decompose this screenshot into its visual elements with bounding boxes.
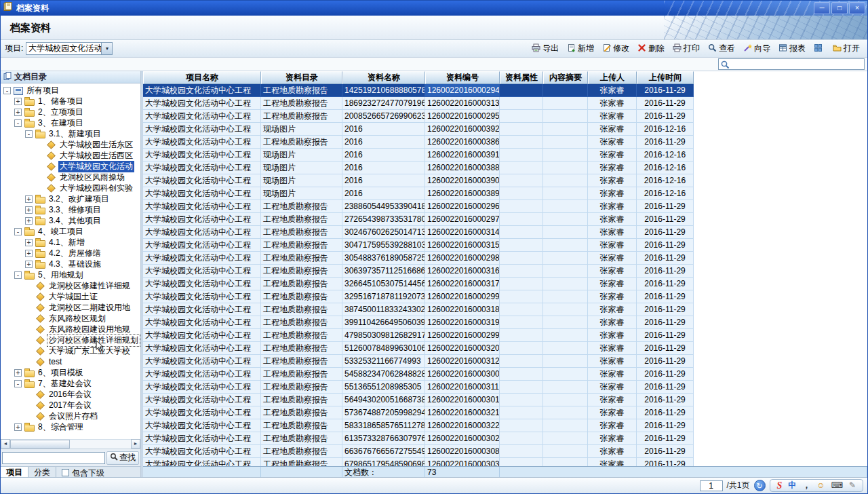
close-button[interactable]: ×	[849, 2, 865, 14]
report-button[interactable]: 报表	[775, 41, 809, 56]
export-button[interactable]: 导出	[528, 41, 562, 56]
tree-item[interactable]: test	[1, 356, 140, 367]
table-row[interactable]: 大学城校园文化活动中心工程 工程地质勘察报告 55136551208985305…	[143, 381, 694, 394]
table-row[interactable]: 大学城校园文化活动中心工程 工程地质勘察报告 18692327247707919…	[143, 97, 694, 110]
page-nav-button[interactable]: ↻	[754, 480, 766, 491]
find-button[interactable]: 查找	[106, 451, 139, 465]
expand-toggle[interactable]: +	[25, 217, 33, 225]
tree-item[interactable]: 2017年会议	[1, 400, 140, 411]
tree-item[interactable]: + 2、立项项目	[1, 107, 140, 117]
expand-toggle[interactable]: +	[25, 239, 33, 246]
tree-item[interactable]: + 4.3、基础设施	[1, 259, 140, 269]
column-header[interactable]: 资料目录	[261, 71, 342, 84]
table-row[interactable]: 大学城校园文化活动中心工程 工程地质勘察报告 38745001183324330…	[143, 303, 694, 316]
maximize-button[interactable]: □	[831, 2, 848, 14]
tree-item[interactable]: 会议照片存档	[1, 411, 140, 421]
expand-toggle[interactable]: +	[25, 250, 33, 257]
table-row[interactable]: 大学城校园文化活动中心工程 工程地质勘察报告 30246760262501471…	[143, 226, 694, 239]
tree-item[interactable]: + 3.3、维修项目	[1, 204, 140, 215]
expand-toggle[interactable]: -	[14, 119, 22, 127]
tree-item[interactable]: - 4、竣工项目	[1, 226, 140, 237]
column-header[interactable]: 内容摘要	[543, 71, 588, 84]
scroll-right-button[interactable]: ►	[131, 439, 140, 449]
ime-icon[interactable]: ☺	[816, 480, 825, 491]
tree-item[interactable]: 大学城校园文化活动	[1, 161, 140, 172]
tree-item[interactable]: + 3.4、其他项目	[1, 215, 140, 226]
view-button[interactable]: 查看	[705, 41, 738, 56]
table-row[interactable]: 大学城校园文化活动中心工程 现场图片 2016 1260022016000390…	[143, 174, 694, 187]
column-header[interactable]: 项目名称	[143, 71, 261, 84]
tree-item[interactable]: + 4.1、新增	[1, 237, 140, 248]
tree-item[interactable]: 东风路校园建设用地规	[1, 324, 140, 335]
table-row[interactable]: 大学城校园文化活动中心工程 现场图片 2016 1260022016000392…	[143, 123, 694, 136]
column-header[interactable]: 资料属性	[500, 71, 543, 84]
tree-item[interactable]: - 3、在建项目	[1, 117, 140, 128]
table-row[interactable]: 大学城校园文化活动中心工程 工程地质勘察报告 2016 126002201600…	[143, 136, 694, 149]
ime-icon[interactable]: ✎	[849, 480, 856, 491]
chevron-down-icon[interactable]: ▼	[101, 43, 112, 54]
tree-item[interactable]: 东风路校区规划	[1, 313, 140, 324]
table-row[interactable]: 大学城校园文化活动中心工程 现场图片 2016 1260022016000389…	[143, 187, 694, 200]
delete-button[interactable]: 删除	[634, 41, 668, 56]
expand-toggle[interactable]: +	[25, 261, 33, 268]
expand-toggle[interactable]: -	[3, 87, 11, 94]
column-header[interactable]: 资料编号	[425, 71, 500, 84]
table-row[interactable]: 大学城校园文化活动中心工程 工程地质勘察报告 30639735711251668…	[143, 265, 694, 278]
table-row[interactable]: 大学城校园文化活动中心工程 工程地质勘察报告 51260078489963010…	[143, 342, 694, 355]
grid-view-button[interactable]	[810, 42, 828, 56]
table-row[interactable]: 大学城校园文化活动中心工程 工程地质勘察报告 53325321166774993…	[143, 355, 694, 368]
table-row[interactable]: 大学城校园文化活动中心工程 工程地质勘察报告 54588234706284882…	[143, 368, 694, 381]
table-row[interactable]: 大学城校园文化活动中心工程 工程地质勘察报告 32951671878119207…	[143, 290, 694, 303]
table-row[interactable]: 大学城校园文化活动中心工程 工程地质勘察报告 30548837618905872…	[143, 252, 694, 265]
new-button[interactable]: 新增	[564, 41, 597, 56]
print-button[interactable]: 打印	[669, 41, 703, 56]
table-row[interactable]: 大学城校园文化活动中心工程 工程地质勘察报告 61357332876630797…	[143, 432, 694, 445]
table-row[interactable]: 大学城校园文化活动中心工程 工程地质勘察报告 57367488720599829…	[143, 406, 694, 419]
table-row[interactable]: 大学城校园文化活动中心工程 工程地质勘察报告 14251921068888057…	[143, 84, 694, 97]
tree-item[interactable]: 大学城校园科创实验	[1, 183, 140, 193]
table-row[interactable]: 大学城校园文化活动中心工程 工程地质勘察报告 30471759553928810…	[143, 239, 694, 252]
table-row[interactable]: 大学城校园文化活动中心工程 工程地质勘察报告 58331865857651127…	[143, 419, 694, 432]
expand-toggle[interactable]: +	[14, 369, 22, 377]
tree-item[interactable]: + 6、项目模板	[1, 367, 140, 378]
page-input[interactable]	[700, 480, 723, 491]
project-select[interactable]: 大学城校园文化活动 ▼	[26, 42, 113, 55]
search-input[interactable]	[731, 59, 863, 69]
tree-item[interactable]: 大学城广东工业大学校	[1, 345, 140, 356]
tree-item[interactable]: - 7、基建处会议	[1, 378, 140, 389]
table-row[interactable]: 大学城校园文化活动中心工程 工程地质勘察报告 56494302005166873…	[143, 394, 694, 406]
tree-item[interactable]: 大学城校园生活东区	[1, 139, 140, 150]
tree-item[interactable]: + 4.2、房屋修缮	[1, 248, 140, 259]
expand-toggle[interactable]: -	[14, 271, 22, 279]
tree-item[interactable]: 龙洞校区风雨操场	[1, 172, 140, 183]
tree-item[interactable]: + 1、储备项目	[1, 96, 140, 107]
tree-item[interactable]: - 3.1、新建项目	[1, 128, 140, 139]
table-row[interactable]: 大学城校园文化活动中心工程 工程地质勘察报告 67986517954859069…	[143, 458, 694, 466]
expand-toggle[interactable]: +	[14, 423, 22, 431]
expand-toggle[interactable]: +	[25, 206, 33, 214]
tree-item[interactable]: 沙河校区修建性详细规划	[1, 335, 140, 345]
table-row[interactable]: 大学城校园文化活动中心工程 工程地质勘察报告 47985030981268291…	[143, 329, 694, 342]
expand-toggle[interactable]: +	[14, 98, 22, 105]
table-row[interactable]: 大学城校园文化活动中心工程 现场图片 2016 1260022016000388…	[143, 162, 694, 174]
expand-toggle[interactable]: +	[14, 109, 22, 116]
table-row[interactable]: 大学城校园文化活动中心工程 工程地质勘察报告 66367676656727554…	[143, 445, 694, 458]
column-header[interactable]: 资料名称	[342, 71, 425, 84]
column-header[interactable]: 上传时间	[637, 71, 694, 84]
expand-toggle[interactable]: -	[25, 130, 33, 138]
table-row[interactable]: 大学城校园文化活动中心工程 工程地质勘察报告 20085266572699062…	[143, 110, 694, 123]
tree-item[interactable]: - 所有项目	[1, 85, 140, 96]
open-button[interactable]: 打开	[829, 41, 863, 56]
minimize-button[interactable]: ─	[814, 2, 830, 14]
scroll-thumb[interactable]	[10, 440, 70, 449]
table-row[interactable]: 大学城校园文化活动中心工程 工程地质勘察报告 23886054495339041…	[143, 200, 694, 213]
edit-button[interactable]: 修改	[599, 41, 633, 56]
wizard-button[interactable]: 向导	[740, 41, 774, 56]
include-children-checkbox[interactable]	[62, 469, 69, 476]
expand-toggle[interactable]: -	[14, 380, 22, 387]
tree-item[interactable]: 2016年会议	[1, 389, 140, 400]
tree-search-input[interactable]	[2, 452, 105, 464]
ime-icon[interactable]: ，	[802, 480, 810, 491]
table-row[interactable]: 大学城校园文化活动中心工程 现场图片 2016 1260022016000391…	[143, 149, 694, 162]
tree-item[interactable]: + 8、综合管理	[1, 421, 140, 432]
